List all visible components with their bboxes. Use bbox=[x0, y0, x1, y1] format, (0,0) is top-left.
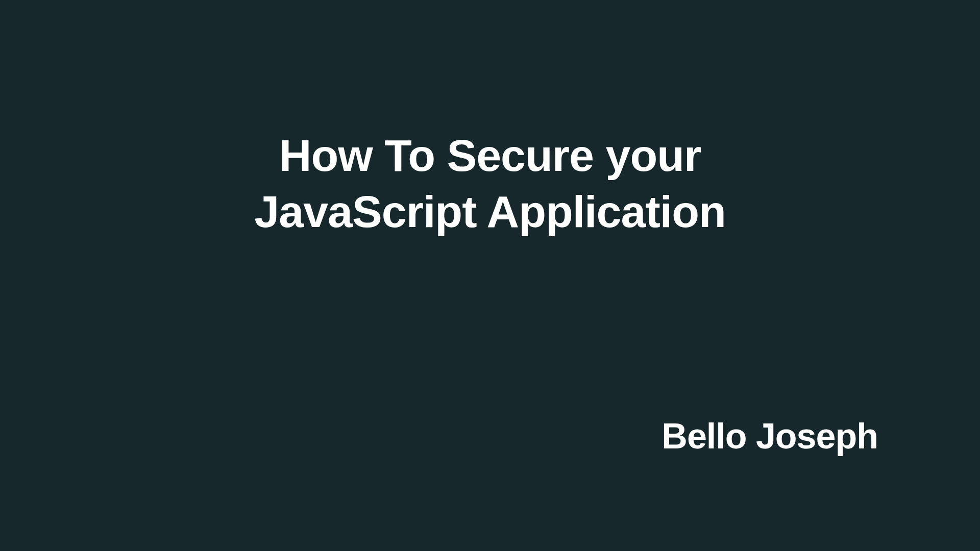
slide-title: How To Secure your JavaScript Applicatio… bbox=[254, 128, 725, 240]
title-line-1: How To Secure your bbox=[254, 128, 725, 184]
title-line-2: JavaScript Application bbox=[254, 184, 725, 240]
author-name: Bello Joseph bbox=[662, 416, 878, 457]
slide-container: How To Secure your JavaScript Applicatio… bbox=[0, 0, 980, 551]
